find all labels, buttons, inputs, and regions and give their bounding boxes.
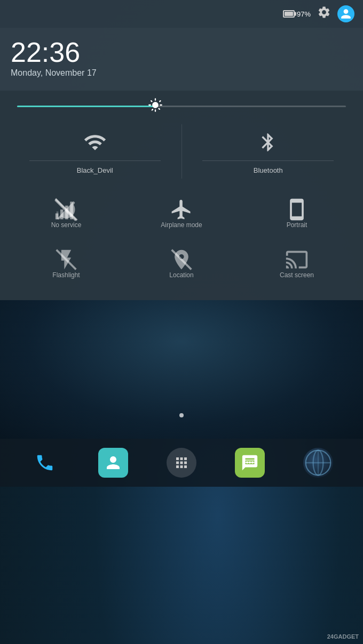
brightness-fill [17, 106, 155, 107]
battery-icon [283, 10, 295, 18]
svg-rect-0 [56, 213, 59, 219]
battery-container: 97% [283, 10, 311, 18]
messaging-dock-icon[interactable] [235, 448, 265, 478]
wifi-divider [29, 160, 161, 161]
portrait-toggle[interactable]: Portrait [239, 187, 354, 237]
quick-toggles-top: Black_Devil Bluetooth [0, 120, 363, 183]
user-avatar[interactable] [337, 5, 354, 22]
bluetooth-label: Bluetooth [254, 166, 283, 174]
svg-point-8 [249, 461, 251, 463]
wifi-toggle[interactable]: Black_Devil [9, 120, 182, 183]
bluetooth-icon-wrap [254, 128, 282, 156]
airplane-mode-label: Airplane mode [161, 221, 202, 229]
no-service-toggle[interactable]: No service [9, 187, 124, 237]
brightness-row[interactable] [0, 91, 363, 120]
bluetooth-toggle[interactable]: Bluetooth [182, 120, 355, 183]
cast-screen-toggle[interactable]: Cast screen [239, 237, 354, 287]
time-display: 22:36 [11, 38, 352, 66]
phone-dock-icon[interactable] [30, 448, 60, 478]
bluetooth-divider [202, 160, 334, 161]
wifi-label: Black_Devil [77, 166, 113, 174]
location-label: Location [169, 271, 193, 279]
flashlight-label: Flashlight [52, 271, 80, 279]
svg-point-7 [246, 461, 248, 463]
svg-rect-1 [60, 210, 64, 219]
dock [0, 439, 363, 487]
battery-percent: 97% [297, 10, 311, 18]
page-indicator [179, 413, 184, 417]
date-display: Monday, November 17 [11, 68, 352, 78]
no-service-label: No service [51, 221, 82, 229]
contacts-dock-icon[interactable] [98, 448, 128, 478]
watermark: 24GADGET [327, 633, 359, 640]
apps-dock-icon[interactable] [167, 448, 196, 478]
globe-icon [303, 448, 333, 478]
quick-toggles-row2: No service Airplane mode Portrait [0, 187, 363, 237]
status-bar-right: 97% [283, 5, 354, 22]
flashlight-toggle[interactable]: Flashlight [9, 237, 124, 287]
datetime-panel: 22:36 Monday, November 17 [0, 28, 363, 91]
quick-settings-panel: Black_Devil Bluetooth [0, 91, 363, 300]
portrait-label: Portrait [287, 221, 307, 229]
status-bar: 97% [0, 0, 363, 28]
wallpaper-area [0, 300, 363, 439]
settings-icon[interactable] [317, 5, 331, 22]
cast-screen-label: Cast screen [280, 271, 314, 279]
brightness-thumb[interactable] [146, 97, 165, 116]
brightness-icon [148, 98, 163, 116]
svg-point-9 [251, 461, 254, 463]
wifi-icon-wrap [81, 128, 109, 156]
quick-toggles-row3: Flashlight Location Cast screen [0, 237, 363, 287]
brightness-slider[interactable] [17, 106, 346, 107]
location-toggle[interactable]: Location [124, 237, 239, 287]
airplane-mode-toggle[interactable]: Airplane mode [124, 187, 239, 237]
browser-dock-icon[interactable] [303, 448, 333, 478]
